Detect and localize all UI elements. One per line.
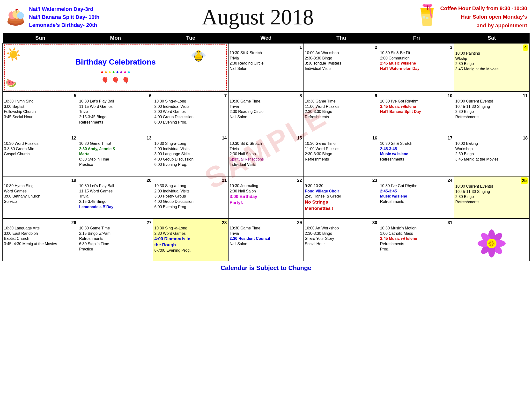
header-right: Coffee Hour Daily from 9:30 -10:30 Hair … [416,4,527,30]
event: Service [4,199,77,204]
day-13-number: 13 [147,135,151,141]
day-10-cell: 10 10:30 I've Got Rhythm! 2:45 Music w/I… [379,92,454,134]
page-header: Nat'l Watermelon Day-3rd Nat'l Banana Sp… [2,2,530,31]
day-31-number: 31 [448,220,452,225]
day-2-cell: 2 10:00 Art Workshop 2:30-3:30 Bingo 3:3… [304,43,379,92]
day-10-number: 10 [448,93,452,99]
day-5-number: 5 [74,93,76,99]
day-1-events: 10:30 Sit & Stretch Trivia 2:30 Reading … [229,50,302,71]
week-row-4: 26 10:30 Language Arts 3:00 East Randolp… [3,219,529,261]
day-28-events: 10:30 Sing -a-Long 2:30 Word Games 4:00 … [154,225,227,253]
day-30-events: 10:00 Art Workshop 2:30-3:30 Bingo Share… [305,225,378,246]
day-19-number: 19 [71,177,76,183]
event: 10:00 Current Events! [455,99,528,104]
day-15-number: 15 [297,135,302,141]
event: 3-3:30 Green Mtn [4,146,77,152]
day-23-cell: 23 9:30-10:30 Pond Village Choir 2:45 Ha… [304,176,379,219]
day-5-events: 10:30 Hymn Sing 3:00 Baptist Fellowship … [4,99,77,120]
event: 2:45 Music w/ Islene [380,236,453,241]
day-26-events: 10:30 Language Arts 3:00 East Randolph B… [4,225,77,246]
event: Music w/ Islene [380,151,453,157]
day-6-cell: 6 10:30 Let's Play Ball 11:15 Word Games… [78,92,153,134]
event: 10:30 Let's Play Ball [79,99,152,104]
event: 3:00 Baptist [4,104,77,109]
event: 3:00 Birthday [229,194,302,199]
event: Marta [79,151,152,157]
event: 11:00 Word Puzzles [305,146,378,152]
event: 4:00 Group Discussion [154,114,227,120]
day-30-number: 30 [372,220,377,225]
event: 10:30 I've Got Rhythm! [380,99,453,104]
day-23-events: 9:30-10:30 Pond Village Choir 2:45 Hanse… [305,183,378,211]
header-mon: Mon [78,33,153,44]
event: 3:00 Language Skills [154,151,227,157]
day-6-number: 6 [149,93,151,99]
day-5-cell: 5 10:30 Hymn Sing 3:00 Baptist Fellowshi… [3,92,78,134]
birthday-dots: ● ● ● ● ● ● ● ● [101,69,130,75]
event: 6:30 Step 'n Time [79,157,152,162]
day-2-events: 10:00 Art Workshop 2:30-3:30 Bingo 3:30 … [305,50,378,71]
event: Music w/Islene [380,194,453,199]
event: the Rough [154,242,227,248]
drink-icon [416,4,438,30]
day-19-cell: 19 10:30 Hymn Sing Word Games 3:00 Betha… [3,176,78,219]
hair-salon-line: Hair Salon open Monday's [440,13,527,21]
calendar-table: Sun Mon Tue Wed Thu Fri Sat ☀️ [2,33,530,261]
day-21-number: 21 [222,177,227,183]
event: 4:00 Diamonds in [154,236,227,242]
event: 10:30 Word Puzzles [4,141,77,146]
day-3-cell: 3 10:30 Sit & Be Fit 2:00 Communion 2:45… [379,43,454,92]
event: 3:00 Poetry Group [154,194,227,199]
day-22-events: 10:30 Journaling 2:30 Nail Salon 3:00 Bi… [229,183,302,206]
event: 6-7:00 Evening Prog. [154,248,227,253]
event: 3:00 Word Games [154,109,227,114]
event: Marionettes ! [305,205,378,212]
day-15-cell: 15 10:30 Sit & Stretch Trivia 2:30 Nail … [228,134,304,176]
day-4-number: 4 [523,45,528,51]
svg-point-36 [489,242,491,243]
event: Practice [79,247,152,252]
day-8-cell: 8 10:30 Game Time! Trivia 2:30 Reading C… [228,92,304,134]
event: Refreshments [79,236,152,241]
day-11-events: 10:00 Current Events! 10:45-11:30 Singin… [455,99,528,120]
day-7-events: 10:30 Sing-a-Long 2:00 Individual Visits… [154,99,227,125]
day-11-number: 11 [523,93,528,99]
event: 6:00 Evening Prog. [154,162,227,167]
svg-point-5 [17,12,24,19]
day-13-cell: 13 10:30 Game Time! 2:30 Andy, Jennie & … [78,134,153,176]
header-sun: Sun [3,33,78,44]
day-6-events: 10:30 Let's Play Ball 11:15 Word Games T… [79,99,152,125]
day-28-number: 28 [222,220,227,225]
event: 4:00 Group Discussion [154,199,227,204]
event: 10:30 Language Arts [4,225,77,231]
event: 6:00 Evening Prog. [154,204,227,210]
event: Wkshp [455,56,528,61]
day-24-cell: 24 10:30 I've Got Rhythm! 2:45-3:45 Musi… [379,176,454,219]
day-8-number: 8 [300,93,302,99]
day-28-cell: 28 10:30 Sing -a-Long 2:30 Word Games 4:… [153,219,228,261]
day-9-cell: 9 10:30 Game Time! 11:00 Word Puzzles 2:… [304,92,379,134]
event: 2:30 Bingo [455,109,528,114]
week-row-0: ☀️ 🍉 [3,43,529,92]
event: 10:00 Art Workshop [305,50,378,56]
event: 1:00 Catholic Mass [380,231,453,236]
svg-point-38 [493,243,494,244]
event: Workshop [455,146,528,152]
event: 3:30 Tongue Twisters [305,61,378,66]
event: Fellowship Church [4,109,77,114]
event: 2:45 Music w/Islene [380,104,453,109]
header-wed: Wed [228,33,304,44]
event: Trivia [229,231,302,236]
event: 10:00 Painting [455,51,528,56]
svg-point-41 [488,243,490,244]
day-15-events: 10:30 Sit & Stretch Trivia 2:30 Nail Sal… [229,141,302,167]
event: Trivia [229,104,302,109]
day-21-events: 10:30 Sing-a-Long 2:00 Individual Visits… [154,183,227,209]
day-7-cell: 7 10:30 Sing-a-Long 2:00 Individual Visi… [153,92,228,134]
event: Lemonade's B'Day [79,204,152,210]
event: 10:00 Current Events! [455,184,528,189]
event: Share Your Story [305,236,378,241]
day-1-cell: 1 10:30 Sit & Stretch Trivia 2:30 Readin… [228,43,304,92]
event: 10:30 Sing-a-Long [154,99,227,104]
event: 11:15 Word Games [79,104,152,109]
